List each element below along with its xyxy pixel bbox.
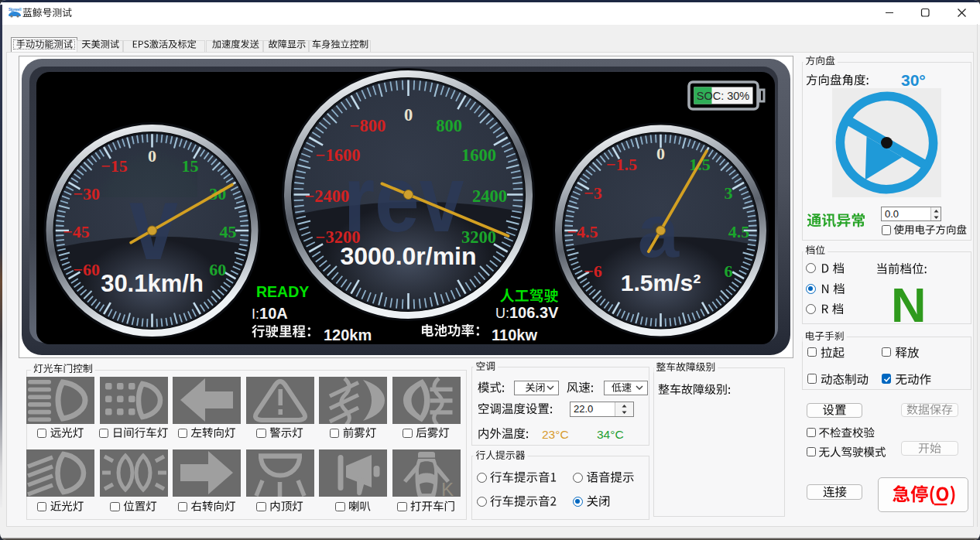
svg-text:−60: −60 [73,260,100,279]
svg-text:−6: −6 [584,261,602,281]
svg-text:1.5m/s²: 1.5m/s² [621,270,701,296]
svg-text:3: 3 [725,183,733,203]
svg-text:120km: 120km [324,326,372,343]
svg-text:6: 6 [725,261,733,281]
svg-text:1600: 1600 [461,145,496,165]
svg-text:−15: −15 [101,156,128,176]
svg-text:−2400: −2400 [304,186,349,206]
svg-text:K: K [441,479,454,497]
svg-text:60: 60 [209,260,226,279]
svg-text:−45: −45 [63,222,90,241]
svg-text:800: 800 [436,116,462,135]
svg-text:4.5: 4.5 [728,222,750,241]
svg-text:3000.0r/min: 3000.0r/min [340,242,476,270]
svg-text:I:10A: I:10A [252,305,288,322]
svg-text:110kw: 110kw [492,326,537,343]
svg-text:−3: −3 [584,183,602,203]
svg-text:−800: −800 [350,116,386,135]
svg-text:2400: 2400 [472,186,507,206]
svg-text:U:106.3V: U:106.3V [495,304,559,321]
svg-text:45: 45 [220,222,237,241]
svg-text:rev: rev [344,146,464,251]
svg-text:0: 0 [148,146,156,166]
svg-text:READY: READY [256,283,309,300]
svg-text:−30: −30 [73,184,100,203]
svg-text:15: 15 [182,156,199,176]
svg-text:0: 0 [404,105,413,125]
svg-text:SOC: 30%: SOC: 30% [697,90,750,102]
svg-text:0: 0 [656,144,665,163]
svg-text:−4.5: −4.5 [567,222,598,241]
svg-text:v: v [129,162,178,282]
svg-text:−1.5: −1.5 [606,155,637,174]
svg-text:30.1km/h: 30.1km/h [101,270,204,297]
svg-text:−1600: −1600 [316,145,361,165]
